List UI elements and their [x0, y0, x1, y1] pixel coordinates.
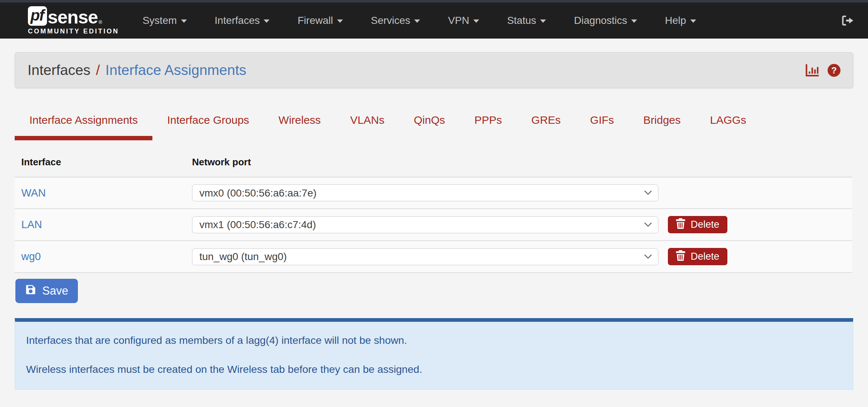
registered-mark: ® — [98, 19, 102, 25]
network-port-select-wrap: vmx0 (00:50:56:a6:aa:7e) — [192, 184, 658, 201]
tab-interface-groups[interactable]: Interface Groups — [152, 114, 264, 140]
delete-button-lan[interactable]: Delete — [668, 216, 727, 233]
breadcrumb-panel: Interfaces / Interface Assignments ? — [15, 52, 853, 88]
delete-button-label: Delete — [691, 251, 719, 262]
interface-link-wg0[interactable]: wg0 — [21, 251, 41, 263]
top-navbar: pf sense ® COMMUNITY EDITION System Inte… — [0, 0, 868, 39]
caret-down-icon — [337, 19, 343, 23]
network-port-select-wrap: tun_wg0 (tun_wg0) — [192, 248, 658, 265]
trash-icon — [676, 250, 685, 263]
column-header-interface: Interface — [21, 156, 192, 168]
help-icon[interactable]: ? — [828, 64, 840, 77]
tabs-bar: Interface AssignmentsInterface GroupsWir… — [15, 114, 853, 140]
column-header-network-port: Network port — [192, 156, 658, 168]
nav-item-diagnostics[interactable]: Diagnostics — [560, 3, 651, 39]
nav-item-label: Services — [371, 15, 410, 26]
interface-link-wan[interactable]: WAN — [21, 187, 46, 199]
tab-vlans[interactable]: VLANs — [336, 114, 399, 140]
nav-item-label: Status — [507, 15, 536, 26]
sign-out-icon — [840, 23, 854, 28]
nav-item-interfaces[interactable]: Interfaces — [201, 3, 284, 39]
table-header-row: Interface Network port — [15, 156, 852, 177]
nav-item-label: Interfaces — [215, 15, 260, 26]
nav-item-help[interactable]: Help — [651, 3, 710, 39]
pfsense-logo-wordmark: pf sense ® — [28, 6, 119, 26]
tab-bridges[interactable]: Bridges — [629, 114, 695, 140]
network-port-select-wan[interactable]: vmx0 (00:50:56:a6:aa:7e) — [192, 184, 658, 201]
breadcrumb-page[interactable]: Interface Assignments — [105, 62, 246, 78]
tab-wireless[interactable]: Wireless — [264, 114, 336, 140]
info-box: Interfaces that are configured as member… — [15, 318, 853, 390]
pf-badge: pf — [28, 6, 47, 26]
tab-qinqs[interactable]: QinQs — [399, 114, 460, 140]
nav-item-firewall[interactable]: Firewall — [283, 3, 357, 39]
network-port-select-lan[interactable]: vmx1 (00:50:56:a6:c7:4d) — [192, 216, 658, 233]
save-button[interactable]: Save — [15, 279, 78, 303]
nav-item-label: VPN — [448, 15, 469, 26]
table-row: WAN vmx0 (00:50:56:a6:aa:7e) — [15, 177, 852, 209]
nav-item-label: System — [142, 15, 177, 26]
network-port-select-wg0[interactable]: tun_wg0 (tun_wg0) — [192, 248, 658, 265]
main-menu: System Interfaces Firewall Services VPN … — [129, 3, 710, 39]
nav-item-label: Firewall — [297, 15, 333, 26]
caret-down-icon — [540, 19, 546, 23]
nav-item-status[interactable]: Status — [493, 3, 560, 39]
caret-down-icon — [690, 19, 696, 23]
nav-item-vpn[interactable]: VPN — [434, 3, 493, 39]
delete-button-label: Delete — [691, 219, 719, 230]
caret-down-icon — [264, 19, 270, 23]
pfsense-logo[interactable]: pf sense ® COMMUNITY EDITION — [28, 6, 119, 35]
caret-down-icon — [414, 19, 420, 23]
info-note-wireless: Wireless interfaces must be created on t… — [15, 346, 853, 389]
row-actions: Delete — [658, 216, 852, 233]
save-icon — [25, 284, 36, 298]
nav-item-system[interactable]: System — [129, 3, 200, 39]
table-row: wg0 tun_wg0 (tun_wg0) — [15, 241, 852, 273]
interface-link-lan[interactable]: LAN — [21, 219, 42, 231]
tab-ppps[interactable]: PPPs — [460, 114, 517, 140]
tab-laggs[interactable]: LAGGs — [695, 114, 761, 140]
nav-item-services[interactable]: Services — [357, 3, 434, 39]
assignments-table: Interface Network port WAN vmx0 (00:50:5… — [15, 156, 852, 273]
tab-interface-assignments[interactable]: Interface Assignments — [15, 114, 152, 140]
caret-down-icon — [631, 19, 637, 23]
trash-icon — [676, 218, 685, 231]
delete-button-wg0[interactable]: Delete — [668, 248, 727, 265]
tab-gres[interactable]: GREs — [517, 114, 575, 140]
nav-item-label: Diagnostics — [574, 15, 627, 26]
save-button-label: Save — [42, 284, 68, 298]
row-actions: Delete — [658, 248, 852, 265]
nav-item-label: Help — [665, 15, 686, 26]
table-row: LAN vmx1 (00:50:56:a6:c7:4d) — [15, 209, 852, 241]
brand-name: sense — [48, 9, 98, 26]
panel-icons: ? — [806, 64, 840, 77]
caret-down-icon — [181, 19, 187, 23]
sign-out-button[interactable] — [840, 14, 854, 27]
network-port-select-wrap: vmx1 (00:50:56:a6:c7:4d) — [192, 216, 658, 233]
caret-down-icon — [473, 19, 479, 23]
brand-subtitle: COMMUNITY EDITION — [28, 28, 119, 35]
breadcrumb-separator: / — [96, 62, 100, 78]
info-note-lagg: Interfaces that are configured as member… — [15, 322, 853, 346]
breadcrumb-section: Interfaces — [28, 62, 90, 78]
tab-gifs[interactable]: GIFs — [575, 114, 629, 140]
svg-text:?: ? — [831, 65, 837, 75]
bar-chart-icon[interactable] — [806, 64, 819, 76]
